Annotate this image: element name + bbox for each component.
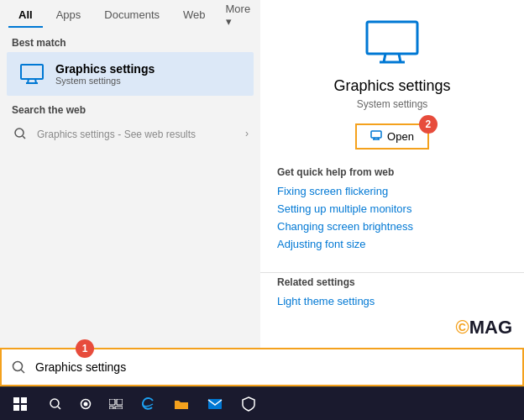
taskbar-icons — [134, 387, 262, 421]
svg-point-4 — [15, 129, 24, 137]
shield-icon[interactable] — [235, 387, 262, 421]
open-button-icon — [370, 130, 382, 143]
best-match-text: Graphics settings System settings — [55, 62, 155, 86]
best-match-item[interactable]: Graphics settings System settings — [7, 52, 254, 96]
best-match-title: Graphics settings — [55, 62, 155, 76]
svg-rect-19 — [21, 405, 27, 411]
divider — [260, 272, 524, 273]
tab-more[interactable]: More ▾ — [219, 0, 258, 33]
svg-rect-6 — [367, 22, 417, 54]
right-panel: Graphics settings System settings Open 2… — [260, 0, 524, 349]
tab-apps[interactable]: Apps — [46, 3, 92, 28]
right-title: Graphics settings — [333, 77, 450, 95]
svg-rect-27 — [115, 407, 123, 409]
cmag-c: © — [455, 317, 469, 339]
svg-rect-24 — [109, 399, 115, 405]
svg-point-20 — [50, 399, 59, 407]
search-bar[interactable]: 1 — [0, 348, 524, 386]
cortana-button[interactable] — [71, 387, 101, 421]
svg-rect-28 — [208, 399, 222, 409]
svg-line-21 — [58, 407, 60, 409]
search-web-label: Search the web — [0, 96, 260, 119]
search-input[interactable] — [35, 360, 522, 374]
folder-icon[interactable] — [168, 387, 195, 421]
arrow-icon: › — [245, 128, 249, 139]
tab-documents[interactable]: Documents — [94, 3, 170, 28]
mail-icon[interactable] — [202, 387, 228, 421]
svg-rect-10 — [371, 131, 381, 138]
monitor-large-icon — [365, 20, 419, 67]
right-subtitle: System settings — [357, 98, 428, 110]
web-result-suffix: - See web results — [118, 129, 196, 140]
svg-rect-25 — [117, 399, 123, 405]
taskbar-search-button[interactable] — [40, 387, 71, 421]
quick-help-section: Get quick help from web Fixing screen fl… — [260, 166, 524, 255]
quick-help-link-1[interactable]: Fixing screen flickering — [277, 185, 507, 197]
best-match-subtitle: System settings — [55, 76, 155, 86]
tabs: All Apps Documents Web More ▾ — [0, 0, 260, 30]
svg-rect-18 — [13, 405, 19, 411]
tab-web[interactable]: Web — [173, 3, 216, 28]
monitor-icon — [17, 59, 47, 89]
svg-rect-17 — [21, 397, 27, 403]
web-result-query: Graphics settings — [37, 129, 115, 140]
svg-rect-26 — [109, 407, 113, 409]
search-web-icon — [12, 125, 29, 142]
svg-point-14 — [13, 362, 23, 371]
svg-rect-0 — [21, 65, 43, 79]
task-view-button[interactable] — [101, 387, 131, 421]
search-icon — [2, 348, 35, 386]
related-link-1[interactable]: Light theme settings — [277, 295, 507, 307]
badge-1: 1 — [76, 339, 94, 358]
open-button-label: Open — [387, 130, 414, 143]
svg-rect-16 — [13, 397, 19, 403]
related-title: Related settings — [277, 276, 507, 288]
taskbar — [0, 386, 524, 420]
quick-help-link-4[interactable]: Adjusting font size — [277, 238, 507, 250]
quick-help-title: Get quick help from web — [277, 166, 507, 178]
best-match-label: Best match — [0, 30, 260, 52]
badge-2: 2 — [419, 115, 438, 134]
start-menu: All Apps Documents Web More ▾ Best match… — [0, 0, 524, 386]
svg-line-5 — [23, 136, 25, 139]
cmag-text: MAG — [469, 317, 512, 339]
quick-help-link-2[interactable]: Setting up multiple monitors — [277, 202, 507, 215]
related-section: Related settings Light theme settings — [260, 276, 524, 312]
svg-line-15 — [21, 370, 24, 373]
web-result-text: Graphics settings - See web results — [37, 128, 245, 140]
svg-point-23 — [84, 402, 88, 406]
edge-icon[interactable] — [134, 387, 161, 421]
start-button[interactable] — [0, 387, 40, 421]
tab-all[interactable]: All — [8, 3, 43, 28]
cmag-logo: © MAG — [455, 317, 512, 339]
left-panel: All Apps Documents Web More ▾ Best match… — [0, 0, 260, 349]
web-result[interactable]: Graphics settings - See web results › — [0, 119, 260, 148]
open-button[interactable]: Open 2 — [355, 123, 429, 150]
quick-help-link-3[interactable]: Changing screen brightness — [277, 220, 507, 233]
